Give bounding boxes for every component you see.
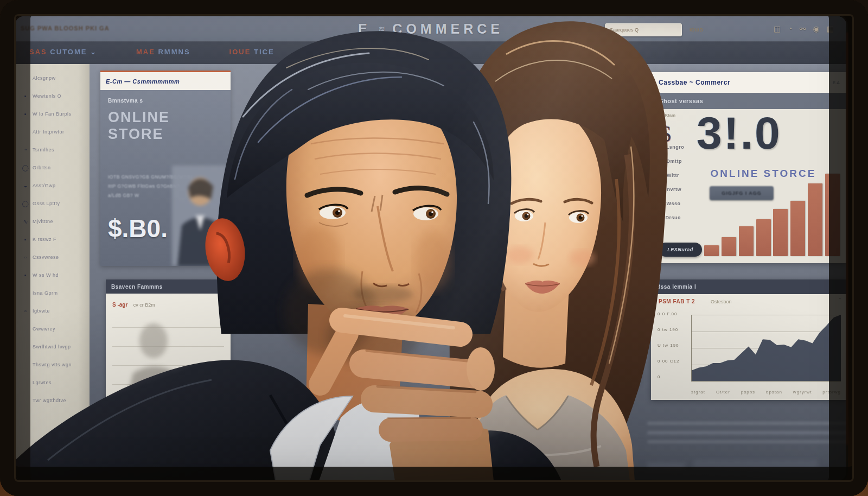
monitor-screen: SUG PWA BLOOSH PKI GA E ≋ COMMERCE Ghxno… [15,16,846,481]
man-illustration [15,31,561,481]
screen-edge-glow-right [846,33,848,445]
foreground-illustration [15,16,846,481]
screen-edge-glow-left [14,22,15,450]
